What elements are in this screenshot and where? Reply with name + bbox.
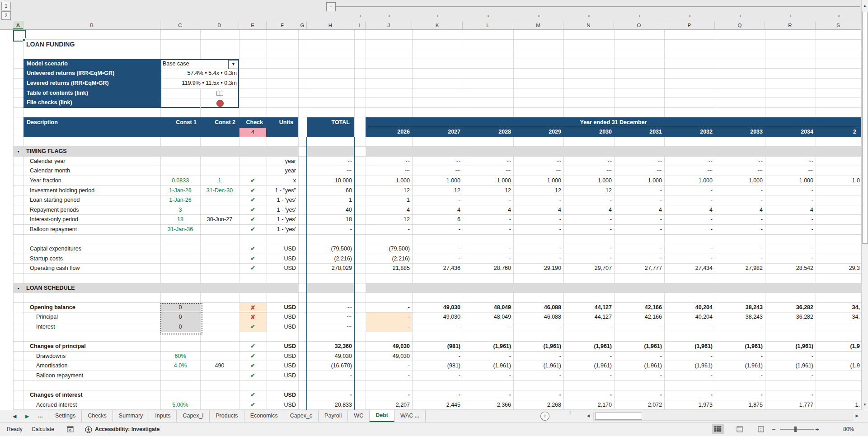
cell-O36[interactable]: - <box>614 371 664 381</box>
cell-J17[interactable]: 12 <box>366 186 412 196</box>
cell-B27[interactable]: LOAN SCHEDULE <box>23 283 160 293</box>
cell-P18[interactable]: - <box>664 195 715 205</box>
add-sheet-button[interactable]: + <box>540 412 549 421</box>
cell-R36[interactable]: - <box>765 371 816 381</box>
cell-E24[interactable]: ✔ <box>239 254 267 264</box>
outline-level-1-button[interactable]: 1 <box>1 2 11 10</box>
cell-M23[interactable]: - <box>513 244 563 254</box>
cell-J19[interactable]: 4 <box>366 205 412 215</box>
cell-Q20[interactable]: - <box>715 215 765 225</box>
cell-L30[interactable]: 48,049 <box>463 312 513 322</box>
cell-B39[interactable]: Accrued interest <box>23 400 160 410</box>
cell-K36[interactable]: - <box>412 371 463 381</box>
cell-K34[interactable]: - <box>412 352 463 362</box>
cell-J25[interactable]: 21,885 <box>366 264 412 274</box>
sheet-tab-Capex_c[interactable]: Capex_c <box>284 410 319 422</box>
cell-M20[interactable]: - <box>513 215 563 225</box>
cell-B35[interactable]: Amortisation <box>23 361 160 371</box>
cell-P38[interactable]: - <box>664 390 715 400</box>
cell-J36[interactable]: - <box>366 371 412 381</box>
cell-C20[interactable]: 18 <box>160 215 200 225</box>
sheet-tab-Checks[interactable]: Checks <box>82 410 113 422</box>
cell-O29[interactable]: 42,166 <box>614 303 664 313</box>
cell-R29[interactable]: 36,282 <box>765 303 816 313</box>
cell-L19[interactable]: 4 <box>463 205 513 215</box>
cell-P30[interactable]: 40,204 <box>664 312 715 322</box>
zoom-slider-thumb[interactable] <box>794 427 797 432</box>
cell-N16[interactable]: 1.000 <box>563 176 614 186</box>
cell-P20[interactable]: - <box>664 215 715 225</box>
column-header-E[interactable]: E <box>239 21 267 29</box>
cell-N21[interactable]: - <box>563 225 614 235</box>
cell-J15[interactable]: ~~ <box>366 166 412 176</box>
cell-C35[interactable]: 4.0% <box>160 361 200 371</box>
cell-Q15[interactable]: ~~ <box>715 166 765 176</box>
cell-P33[interactable]: (1,961) <box>664 342 715 352</box>
cell-P39[interactable]: 1,973 <box>664 400 715 410</box>
sheet-nav-right-icon[interactable]: ▶ <box>25 410 29 422</box>
cell-M21[interactable]: - <box>513 225 563 235</box>
scroll-down-icon[interactable]: ▼ <box>862 401 868 409</box>
cell-Q34[interactable]: - <box>715 352 765 362</box>
cell-F24[interactable]: USD <box>267 254 298 264</box>
cell-K25[interactable]: 27,436 <box>412 264 463 274</box>
cell-R15[interactable]: ~~ <box>765 166 816 176</box>
cell-N35[interactable]: (1,961) <box>563 361 614 371</box>
cell-M19[interactable]: 4 <box>513 205 563 215</box>
cell-L24[interactable]: - <box>463 254 513 264</box>
cell-N29[interactable]: 44,127 <box>563 303 614 313</box>
cell-F23[interactable]: USD <box>267 244 298 254</box>
cell-B31[interactable]: Interest <box>23 322 160 332</box>
cell-B34[interactable]: Drawdowns <box>23 352 160 362</box>
cell-N20[interactable]: - <box>563 215 614 225</box>
cell-B30[interactable]: Principal <box>23 312 160 322</box>
cell-H21[interactable]: - <box>307 225 354 235</box>
status-accessibility[interactable]: Accessibility: Investigate <box>95 422 160 436</box>
cell-R16[interactable]: 1.000 <box>765 176 816 186</box>
cell-K18[interactable]: - <box>412 195 463 205</box>
cell-K30[interactable]: 49,030 <box>412 312 463 322</box>
cell-D16[interactable]: 1 <box>200 176 239 186</box>
cell-O24[interactable]: - <box>614 254 664 264</box>
cell-H19[interactable]: 40 <box>307 205 354 215</box>
column-group-collapse-button[interactable]: − <box>326 2 336 11</box>
cell-F19[interactable]: 1 - 'yes' <box>267 205 298 215</box>
cell-B15[interactable]: Calendar month <box>23 166 160 176</box>
cell-E30[interactable]: ✘ <box>239 312 267 322</box>
cell-J23[interactable]: (79,500) <box>366 244 412 254</box>
cell-E18[interactable]: ✔ <box>239 195 267 205</box>
cell-Q17[interactable]: - <box>715 186 765 196</box>
cell-J21[interactable]: - <box>366 225 412 235</box>
cell-N39[interactable]: 2,170 <box>563 400 614 410</box>
cell-B19[interactable]: Repayment periods <box>23 205 160 215</box>
cell-L20[interactable]: - <box>463 215 513 225</box>
cell-Q23[interactable]: - <box>715 244 765 254</box>
cell-S35[interactable]: (1,9 <box>816 361 861 371</box>
cell-F14[interactable]: year <box>267 157 298 167</box>
cell-K38[interactable]: - <box>412 390 463 400</box>
cell-R24[interactable]: - <box>765 254 816 264</box>
cell-P29[interactable]: 40,204 <box>664 303 715 313</box>
column-header-C[interactable]: C <box>160 21 200 29</box>
hscroll-left-icon[interactable]: ◀ <box>584 412 592 420</box>
cell-B13[interactable]: TIMING FLAGS <box>23 147 160 157</box>
cell-E38[interactable]: ✔ <box>239 390 267 400</box>
cell-R20[interactable]: - <box>765 215 816 225</box>
cell-E29[interactable]: ✘ <box>239 303 267 313</box>
cell-D17[interactable]: 31-Dec-30 <box>200 186 239 196</box>
cell-P17[interactable]: - <box>664 186 715 196</box>
cell-K15[interactable]: ~~ <box>412 166 463 176</box>
cell-C34[interactable]: 60% <box>160 352 200 362</box>
cell-R25[interactable]: 28,542 <box>765 264 816 274</box>
sheet-tab-Products[interactable]: Products <box>210 410 244 422</box>
cell-K35[interactable]: (981) <box>412 361 463 371</box>
cell-J24[interactable]: (2,216) <box>366 254 412 264</box>
cell-E19[interactable]: ✔ <box>239 205 267 215</box>
cell-A27[interactable]: ● <box>13 283 23 293</box>
cell-O35[interactable]: (1,961) <box>614 361 664 371</box>
cell-O16[interactable]: 1.000 <box>614 176 664 186</box>
cell-Q25[interactable]: 27,982 <box>715 264 765 274</box>
column-header-F[interactable]: F <box>267 21 298 29</box>
sheet-tab-Inputs[interactable]: Inputs <box>149 410 177 422</box>
cell-R17[interactable]: - <box>765 186 816 196</box>
